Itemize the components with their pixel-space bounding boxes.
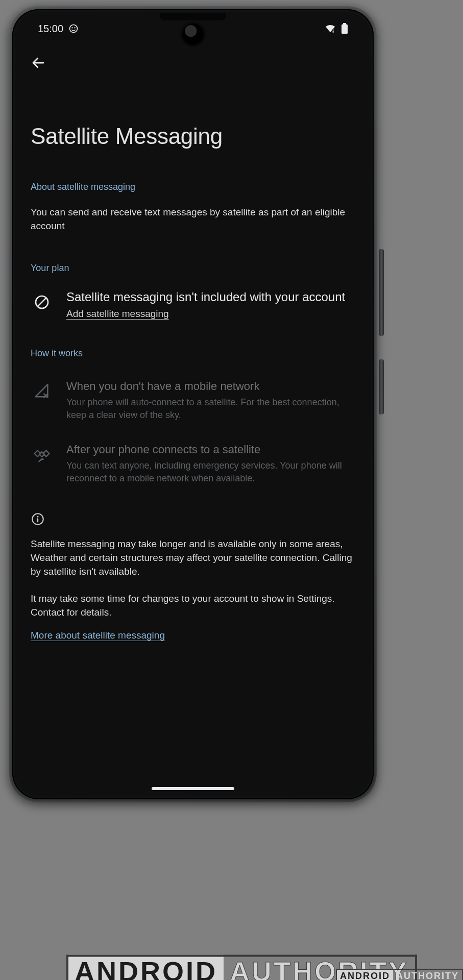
- phone-frame: 15:00: [9, 6, 377, 802]
- watermark-small: ANDROID AUTHORITY: [336, 969, 463, 980]
- svg-point-14: [37, 516, 38, 518]
- volume-button: [379, 249, 384, 336]
- section-label-how: How it works: [31, 348, 355, 359]
- section-label-about: About satellite messaging: [31, 182, 355, 192]
- svg-point-2: [74, 27, 75, 28]
- phone-frame-inner: 15:00: [12, 9, 374, 799]
- watermark-small-a: ANDROID: [336, 969, 393, 980]
- footer-paragraph-1: Satellite messaging may take longer and …: [31, 537, 355, 579]
- svg-point-5: [332, 29, 333, 30]
- svg-rect-7: [342, 24, 348, 34]
- status-bar: 15:00: [15, 12, 371, 45]
- wifi-icon: [325, 23, 336, 34]
- svg-line-9: [38, 298, 46, 307]
- svg-point-1: [71, 27, 72, 28]
- no-signal-icon: [33, 382, 51, 400]
- status-time: 15:00: [38, 23, 63, 35]
- plan-status-row: Satellite messaging isn't included with …: [31, 289, 355, 320]
- about-text: You can send and receive text messages b…: [31, 206, 355, 233]
- how-item-title: When you don't have a mobile network: [66, 379, 355, 394]
- svg-point-0: [70, 25, 78, 33]
- plan-status-title: Satellite messaging isn't included with …: [66, 289, 355, 305]
- phone-screen: 15:00: [15, 12, 371, 796]
- watermark-small-b: AUTHORITY: [393, 969, 463, 980]
- how-item-desc: You can text anyone, including emergency…: [66, 459, 355, 485]
- how-it-works-item: After your phone connects to a satellite…: [31, 443, 355, 485]
- how-item-desc: Your phone will auto-connect to a satell…: [66, 396, 355, 422]
- satellite-icon: [33, 446, 51, 463]
- back-button[interactable]: [31, 55, 46, 70]
- section-label-plan: Your plan: [31, 263, 355, 274]
- how-it-works-item: When you don't have a mobile network You…: [31, 379, 355, 422]
- more-about-link[interactable]: More about satellite messaging: [31, 630, 165, 641]
- power-button: [379, 359, 384, 414]
- add-satellite-messaging-link[interactable]: Add satellite messaging: [66, 308, 169, 320]
- svg-rect-4: [333, 31, 334, 33]
- gesture-nav-pill[interactable]: [152, 787, 234, 790]
- how-item-title: After your phone connects to a satellite: [66, 443, 355, 457]
- screen-content: Satellite Messaging About satellite mess…: [15, 45, 371, 796]
- svg-rect-15: [37, 518, 38, 522]
- not-allowed-icon: [34, 294, 50, 310]
- info-icon: [31, 512, 355, 526]
- page-title: Satellite Messaging: [31, 124, 355, 149]
- footer-paragraph-2: It may take some time for changes to you…: [31, 592, 355, 620]
- status-app-icon: [68, 23, 79, 34]
- battery-icon: [341, 23, 348, 34]
